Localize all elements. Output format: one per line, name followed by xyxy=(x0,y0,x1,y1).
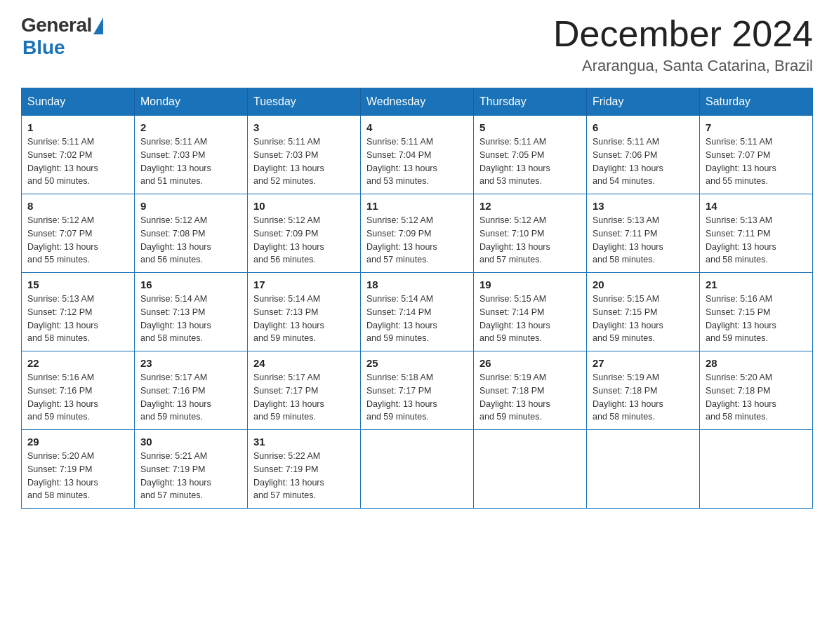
day-info: Sunrise: 5:11 AM Sunset: 7:04 PM Dayligh… xyxy=(366,135,468,188)
calendar-week-row: 8 Sunrise: 5:12 AM Sunset: 7:07 PM Dayli… xyxy=(22,194,813,273)
weekday-header-monday: Monday xyxy=(135,88,248,116)
day-info: Sunrise: 5:13 AM Sunset: 7:11 PM Dayligh… xyxy=(593,214,694,267)
day-info: Sunrise: 5:12 AM Sunset: 7:10 PM Dayligh… xyxy=(479,214,581,267)
day-info: Sunrise: 5:12 AM Sunset: 7:09 PM Dayligh… xyxy=(253,214,355,267)
calendar-cell: 3 Sunrise: 5:11 AM Sunset: 7:03 PM Dayli… xyxy=(248,116,361,194)
page-title: December 2024 xyxy=(553,14,813,54)
day-number: 9 xyxy=(140,200,241,212)
calendar-cell: 15 Sunrise: 5:13 AM Sunset: 7:12 PM Dayl… xyxy=(22,273,135,351)
day-info: Sunrise: 5:22 AM Sunset: 7:19 PM Dayligh… xyxy=(253,450,355,502)
calendar-cell: 18 Sunrise: 5:14 AM Sunset: 7:14 PM Dayl… xyxy=(361,273,474,351)
day-info: Sunrise: 5:17 AM Sunset: 7:17 PM Dayligh… xyxy=(253,371,355,424)
day-info: Sunrise: 5:12 AM Sunset: 7:09 PM Dayligh… xyxy=(366,214,468,267)
day-info: Sunrise: 5:11 AM Sunset: 7:02 PM Dayligh… xyxy=(27,135,128,188)
day-info: Sunrise: 5:13 AM Sunset: 7:11 PM Dayligh… xyxy=(706,214,807,267)
day-number: 18 xyxy=(366,279,468,290)
calendar-cell: 9 Sunrise: 5:12 AM Sunset: 7:08 PM Dayli… xyxy=(135,194,248,273)
day-info: Sunrise: 5:11 AM Sunset: 7:06 PM Dayligh… xyxy=(593,135,694,188)
calendar-cell xyxy=(474,430,587,509)
day-number: 13 xyxy=(593,200,694,212)
calendar-cell: 23 Sunrise: 5:17 AM Sunset: 7:16 PM Dayl… xyxy=(135,351,248,430)
day-number: 16 xyxy=(140,279,241,290)
day-info: Sunrise: 5:11 AM Sunset: 7:03 PM Dayligh… xyxy=(253,135,355,188)
logo-top: General xyxy=(21,14,103,36)
calendar-cell: 29 Sunrise: 5:20 AM Sunset: 7:19 PM Dayl… xyxy=(22,430,135,509)
day-number: 29 xyxy=(27,436,128,448)
day-number: 26 xyxy=(479,357,581,369)
day-info: Sunrise: 5:20 AM Sunset: 7:18 PM Dayligh… xyxy=(706,371,807,424)
calendar-week-row: 29 Sunrise: 5:20 AM Sunset: 7:19 PM Dayl… xyxy=(22,430,813,509)
day-number: 17 xyxy=(253,279,355,290)
weekday-header-saturday: Saturday xyxy=(700,88,813,116)
calendar-cell: 13 Sunrise: 5:13 AM Sunset: 7:11 PM Dayl… xyxy=(587,194,700,273)
day-number: 8 xyxy=(27,200,128,212)
day-info: Sunrise: 5:14 AM Sunset: 7:13 PM Dayligh… xyxy=(253,293,355,345)
day-info: Sunrise: 5:11 AM Sunset: 7:07 PM Dayligh… xyxy=(706,135,807,188)
weekday-header-friday: Friday xyxy=(587,88,700,116)
day-number: 31 xyxy=(253,436,355,448)
calendar-cell: 21 Sunrise: 5:16 AM Sunset: 7:15 PM Dayl… xyxy=(700,273,813,351)
calendar-cell: 12 Sunrise: 5:12 AM Sunset: 7:10 PM Dayl… xyxy=(474,194,587,273)
day-info: Sunrise: 5:16 AM Sunset: 7:15 PM Dayligh… xyxy=(706,293,807,345)
day-number: 28 xyxy=(706,357,807,369)
day-info: Sunrise: 5:19 AM Sunset: 7:18 PM Dayligh… xyxy=(479,371,581,424)
day-number: 15 xyxy=(27,279,128,290)
header-area: General Blue December 2024 Ararangua, Sa… xyxy=(21,14,813,75)
calendar-cell: 17 Sunrise: 5:14 AM Sunset: 7:13 PM Dayl… xyxy=(248,273,361,351)
calendar-cell: 24 Sunrise: 5:17 AM Sunset: 7:17 PM Dayl… xyxy=(248,351,361,430)
day-info: Sunrise: 5:21 AM Sunset: 7:19 PM Dayligh… xyxy=(140,450,241,502)
day-number: 25 xyxy=(366,357,468,369)
day-number: 19 xyxy=(479,279,581,290)
day-number: 2 xyxy=(140,121,241,133)
day-number: 7 xyxy=(706,121,807,133)
weekday-header-wednesday: Wednesday xyxy=(361,88,474,116)
calendar-cell xyxy=(361,430,474,509)
calendar-cell: 14 Sunrise: 5:13 AM Sunset: 7:11 PM Dayl… xyxy=(700,194,813,273)
day-number: 10 xyxy=(253,200,355,212)
calendar-cell: 8 Sunrise: 5:12 AM Sunset: 7:07 PM Dayli… xyxy=(22,194,135,273)
day-info: Sunrise: 5:15 AM Sunset: 7:14 PM Dayligh… xyxy=(479,293,581,345)
calendar-table: SundayMondayTuesdayWednesdayThursdayFrid… xyxy=(21,88,813,509)
calendar-cell: 28 Sunrise: 5:20 AM Sunset: 7:18 PM Dayl… xyxy=(700,351,813,430)
day-number: 30 xyxy=(140,436,241,448)
weekday-header-tuesday: Tuesday xyxy=(248,88,361,116)
calendar-cell: 16 Sunrise: 5:14 AM Sunset: 7:13 PM Dayl… xyxy=(135,273,248,351)
day-number: 1 xyxy=(27,121,128,133)
day-number: 23 xyxy=(140,357,241,369)
logo-triangle-icon xyxy=(93,18,103,34)
day-number: 24 xyxy=(253,357,355,369)
calendar-cell xyxy=(587,430,700,509)
day-info: Sunrise: 5:12 AM Sunset: 7:08 PM Dayligh… xyxy=(140,214,241,267)
calendar-cell: 5 Sunrise: 5:11 AM Sunset: 7:05 PM Dayli… xyxy=(474,116,587,194)
calendar-week-row: 1 Sunrise: 5:11 AM Sunset: 7:02 PM Dayli… xyxy=(22,116,813,194)
calendar-cell: 30 Sunrise: 5:21 AM Sunset: 7:19 PM Dayl… xyxy=(135,430,248,509)
title-area: December 2024 Ararangua, Santa Catarina,… xyxy=(553,14,813,75)
day-info: Sunrise: 5:15 AM Sunset: 7:15 PM Dayligh… xyxy=(593,293,694,345)
calendar-cell: 2 Sunrise: 5:11 AM Sunset: 7:03 PM Dayli… xyxy=(135,116,248,194)
subtitle: Ararangua, Santa Catarina, Brazil xyxy=(553,57,813,75)
day-number: 12 xyxy=(479,200,581,212)
calendar-cell: 6 Sunrise: 5:11 AM Sunset: 7:06 PM Dayli… xyxy=(587,116,700,194)
calendar-week-row: 15 Sunrise: 5:13 AM Sunset: 7:12 PM Dayl… xyxy=(22,273,813,351)
day-info: Sunrise: 5:11 AM Sunset: 7:03 PM Dayligh… xyxy=(140,135,241,188)
day-number: 4 xyxy=(366,121,468,133)
day-info: Sunrise: 5:16 AM Sunset: 7:16 PM Dayligh… xyxy=(27,371,128,424)
calendar-cell: 20 Sunrise: 5:15 AM Sunset: 7:15 PM Dayl… xyxy=(587,273,700,351)
calendar-cell: 1 Sunrise: 5:11 AM Sunset: 7:02 PM Dayli… xyxy=(22,116,135,194)
calendar-cell: 27 Sunrise: 5:19 AM Sunset: 7:18 PM Dayl… xyxy=(587,351,700,430)
day-info: Sunrise: 5:14 AM Sunset: 7:13 PM Dayligh… xyxy=(140,293,241,345)
calendar-cell: 22 Sunrise: 5:16 AM Sunset: 7:16 PM Dayl… xyxy=(22,351,135,430)
day-info: Sunrise: 5:11 AM Sunset: 7:05 PM Dayligh… xyxy=(479,135,581,188)
day-number: 5 xyxy=(479,121,581,133)
logo-blue-text: Blue xyxy=(22,36,65,59)
weekday-header-sunday: Sunday xyxy=(22,88,135,116)
day-info: Sunrise: 5:13 AM Sunset: 7:12 PM Dayligh… xyxy=(27,293,128,345)
day-info: Sunrise: 5:14 AM Sunset: 7:14 PM Dayligh… xyxy=(366,293,468,345)
day-number: 21 xyxy=(706,279,807,290)
calendar-cell: 7 Sunrise: 5:11 AM Sunset: 7:07 PM Dayli… xyxy=(700,116,813,194)
day-number: 14 xyxy=(706,200,807,212)
calendar-cell: 4 Sunrise: 5:11 AM Sunset: 7:04 PM Dayli… xyxy=(361,116,474,194)
calendar-cell: 11 Sunrise: 5:12 AM Sunset: 7:09 PM Dayl… xyxy=(361,194,474,273)
day-number: 11 xyxy=(366,200,468,212)
weekday-header-row: SundayMondayTuesdayWednesdayThursdayFrid… xyxy=(22,88,813,116)
